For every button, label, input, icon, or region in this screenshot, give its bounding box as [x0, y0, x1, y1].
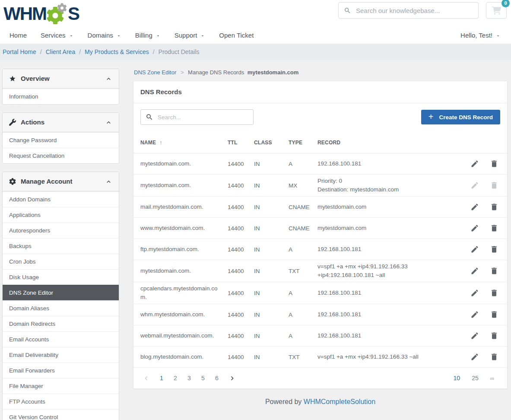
column-header-type[interactable]: TYPE: [289, 140, 317, 146]
edit-record-button[interactable]: [470, 159, 479, 168]
sidebar-panel-header[interactable]: Manage Account: [3, 172, 119, 191]
card-header: DNS Records: [133, 81, 507, 103]
edit-record-button[interactable]: [470, 224, 479, 232]
sidebar-item-autoresponders[interactable]: Autoresponders: [3, 223, 119, 238]
sidebar-item-dns-zone-editor[interactable]: DNS Zone Editor: [3, 285, 119, 300]
nav-item-open-ticket[interactable]: Open Ticket: [212, 27, 260, 44]
nav-item-domains[interactable]: Domains: [81, 27, 128, 44]
breadcrumb-item: Product Details: [159, 48, 200, 55]
sidebar-item-domain-redirects[interactable]: Domain Redirects: [3, 316, 119, 331]
nav-item-services[interactable]: Services: [34, 27, 81, 44]
delete-record-button[interactable]: [490, 245, 498, 254]
next-page-button[interactable]: [228, 374, 236, 382]
sidebar-item-cron-jobs[interactable]: Cron Jobs: [3, 254, 119, 269]
trash-icon: [490, 310, 498, 319]
knowledgebase-search-input[interactable]: [356, 7, 473, 14]
page-number-2[interactable]: 2: [168, 375, 182, 382]
module-breadcrumb-current: Manage DNS Records: [188, 69, 244, 76]
cell-record: 192.168.100.181: [317, 310, 460, 319]
nav-item-support[interactable]: Support: [168, 27, 213, 44]
page-number-6[interactable]: 6: [210, 375, 224, 382]
sidebar-panel-header[interactable]: Actions: [3, 113, 119, 132]
create-dns-record-button[interactable]: + Create DNS Record: [421, 110, 500, 124]
footer-link[interactable]: WHMCompleteSolution: [304, 398, 375, 405]
trash-icon: [490, 267, 498, 275]
search-icon: [344, 7, 351, 14]
sidebar-item-applications[interactable]: Applications: [3, 207, 119, 223]
cell-type: TXT: [289, 268, 317, 274]
cell-type: A: [289, 312, 317, 318]
account-menu[interactable]: Hello, Test!: [460, 32, 501, 39]
sidebar-panel-header[interactable]: Overview: [3, 69, 119, 89]
footer: Powered by WHMCompleteSolution: [133, 389, 508, 406]
delete-record-button[interactable]: [490, 289, 498, 297]
sidebar-item-email-accounts[interactable]: Email Accounts: [3, 331, 119, 347]
column-header-class[interactable]: CLASS: [254, 140, 289, 146]
edit-record-button[interactable]: [470, 310, 479, 319]
sidebar-item-change-password[interactable]: Change Password: [3, 132, 119, 148]
delete-record-button[interactable]: [490, 310, 498, 319]
edit-record-button[interactable]: [470, 245, 479, 254]
whmcs-logo[interactable]: WHM S: [3, 3, 79, 25]
delete-record-button[interactable]: [490, 224, 498, 232]
sidebar-item-file-manager[interactable]: File Manager: [3, 378, 119, 394]
delete-record-button[interactable]: [490, 353, 498, 361]
cell-actions: [460, 331, 500, 340]
prev-page-button: [142, 374, 150, 382]
cell-type: CNAME: [289, 225, 317, 232]
caret-down-icon: [200, 33, 205, 38]
sidebar-item-request-cancellation[interactable]: Request Cancellation: [3, 148, 119, 163]
sidebar-item-disk-usage[interactable]: Disk Usage: [3, 269, 119, 285]
module-breadcrumb-link[interactable]: DNS Zone Editor: [134, 69, 176, 76]
delete-record-button[interactable]: [490, 159, 498, 168]
cell-ttl: 14400: [228, 204, 254, 210]
page-size-25[interactable]: 25: [472, 375, 479, 382]
breadcrumb-item[interactable]: Portal Home: [3, 48, 36, 55]
sidebar-item-email-forwarders[interactable]: Email Forwarders: [3, 363, 119, 378]
nav-item-billing[interactable]: Billing: [128, 27, 168, 44]
sidebar-item-information[interactable]: Information: [3, 89, 119, 104]
delete-record-button[interactable]: [490, 203, 498, 211]
cell-actions: [460, 224, 500, 232]
sidebar-item-ftp-accounts[interactable]: FTP Accounts: [3, 394, 119, 409]
edit-record-button[interactable]: [470, 267, 479, 275]
sidebar-item-git-version-control[interactable]: Git Version Control: [3, 409, 119, 420]
edit-record-button[interactable]: [470, 203, 479, 211]
cell-record: mytestdomain.com: [317, 224, 460, 232]
breadcrumb-item[interactable]: My Products & Services: [85, 48, 149, 55]
cell-record: Priority: 0Destination: mytestdomain.com: [317, 177, 460, 194]
delete-record-button[interactable]: [490, 267, 498, 275]
cell-name: whm.mytestdomain.com.: [140, 310, 228, 319]
cell-name: mail.mytestdomain.com.: [140, 203, 228, 211]
sidebar-item-backups[interactable]: Backups: [3, 238, 119, 254]
page-number-3[interactable]: 3: [182, 375, 196, 382]
page-size-all[interactable]: ∞: [490, 375, 494, 382]
delete-record-button[interactable]: [490, 331, 498, 340]
page-number-5[interactable]: 5: [196, 375, 210, 382]
breadcrumb-item[interactable]: Client Area: [46, 48, 75, 55]
sidebar-item-addon-domains[interactable]: Addon Domains: [3, 191, 119, 207]
edit-record-button[interactable]: [470, 331, 479, 340]
column-header-record[interactable]: RECORD: [317, 140, 460, 146]
page-number-1[interactable]: 1: [155, 375, 168, 382]
sidebar-item-email-deliverability[interactable]: Email Deliverability: [3, 347, 119, 363]
cell-ttl: 14400: [228, 246, 254, 253]
caret-down-icon: [69, 33, 74, 38]
dns-record-row: whm.mytestdomain.com.14400INA192.168.100…: [133, 304, 507, 325]
page-size-10[interactable]: 10: [454, 375, 460, 382]
knowledgebase-search: [338, 2, 479, 19]
cart-button[interactable]: 0: [486, 2, 507, 19]
records-search-input[interactable]: [158, 114, 248, 121]
edit-record-button[interactable]: [470, 289, 479, 297]
cell-actions: [460, 353, 500, 361]
edit-record-button[interactable]: [470, 353, 479, 361]
pencil-icon: [470, 331, 479, 340]
sidebar-panel-overview: OverviewInformation: [2, 69, 119, 105]
column-header-name[interactable]: NAME↑: [140, 139, 228, 146]
cell-ttl: 14400: [228, 225, 254, 232]
cell-ttl: 14400: [228, 182, 254, 189]
trash-icon: [490, 159, 498, 168]
sidebar-item-domain-aliases[interactable]: Domain Aliases: [3, 300, 119, 316]
column-header-ttl[interactable]: TTL: [228, 140, 254, 146]
nav-item-home[interactable]: Home: [3, 27, 34, 44]
